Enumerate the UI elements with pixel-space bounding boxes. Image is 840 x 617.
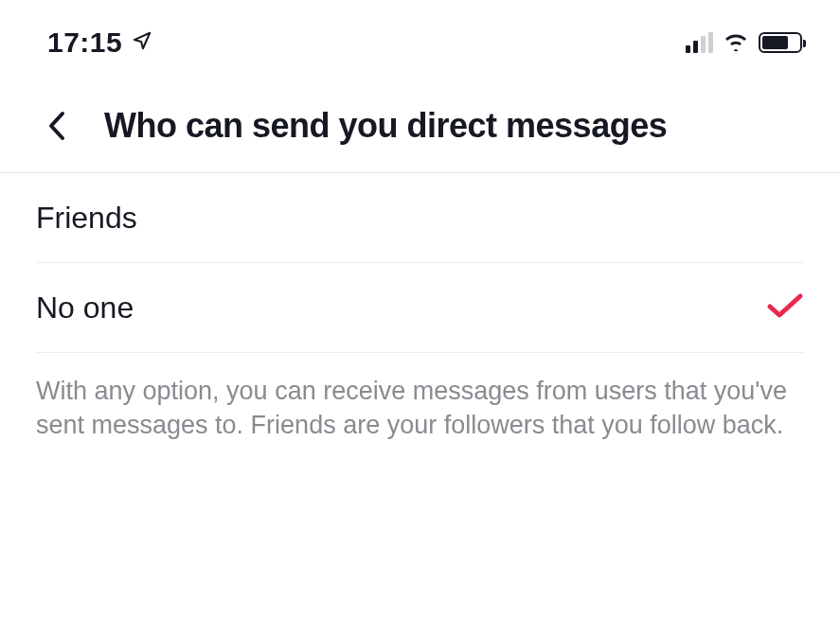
status-left: 17:15 <box>47 26 152 59</box>
option-label: Friends <box>36 201 137 236</box>
options-description: With any option, you can receive message… <box>0 353 840 464</box>
status-right <box>686 30 802 55</box>
location-icon <box>132 30 152 55</box>
battery-icon <box>759 32 802 53</box>
status-bar: 17:15 <box>0 0 840 78</box>
cellular-signal-icon <box>686 32 713 53</box>
page-title: Who can send you direct messages <box>104 106 667 146</box>
option-no-one[interactable]: No one <box>36 263 804 353</box>
options-list: Friends No one <box>0 173 840 353</box>
wifi-icon <box>723 30 749 55</box>
back-button[interactable] <box>38 107 76 145</box>
option-friends[interactable]: Friends <box>36 173 804 263</box>
checkmark-icon <box>766 291 804 324</box>
chevron-left-icon <box>46 110 67 142</box>
page-header: Who can send you direct messages <box>0 78 840 173</box>
status-time: 17:15 <box>47 26 122 59</box>
option-label: No one <box>36 291 134 326</box>
